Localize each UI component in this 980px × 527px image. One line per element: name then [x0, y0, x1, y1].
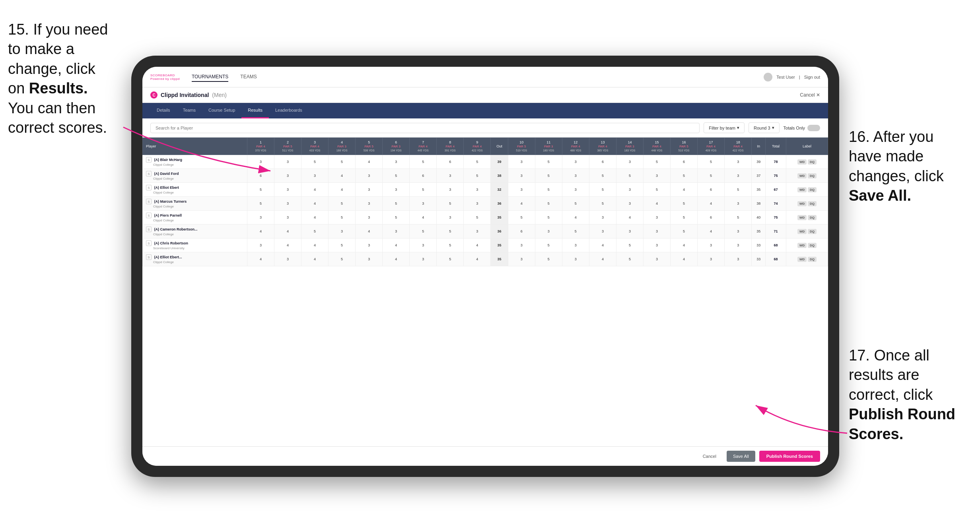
hole-6-score[interactable]: 4: [383, 238, 410, 252]
search-input[interactable]: [150, 123, 700, 133]
hole-7-score[interactable]: 5: [410, 183, 437, 197]
cancel-button[interactable]: Cancel: [696, 451, 723, 462]
hole-14-score[interactable]: 4: [616, 211, 643, 225]
hole-13-score[interactable]: 5: [589, 169, 616, 183]
hole-16-score[interactable]: 4: [671, 183, 698, 197]
dq-button[interactable]: DQ: [808, 243, 817, 248]
hole-15-score[interactable]: 3: [643, 211, 670, 225]
hole-18-score[interactable]: 5: [725, 211, 752, 225]
hole-17-score[interactable]: 5: [698, 155, 725, 169]
hole-3-score[interactable]: 5: [301, 225, 329, 238]
tab-leaderboards[interactable]: Leaderboards: [269, 103, 309, 118]
filter-by-team-dropdown[interactable]: Filter by team ▾: [704, 122, 745, 133]
hole-5-score[interactable]: 4: [356, 225, 383, 238]
hole-13-score[interactable]: 5: [589, 197, 616, 211]
wd-button[interactable]: WD: [797, 173, 807, 178]
hole-5-score[interactable]: 3: [356, 197, 383, 211]
tab-teams[interactable]: Teams: [177, 103, 202, 118]
hole-11-score[interactable]: 5: [535, 169, 562, 183]
hole-11-score[interactable]: 5: [535, 252, 562, 266]
hole-2-score[interactable]: 3: [274, 169, 301, 183]
hole-15-score[interactable]: 3: [643, 169, 670, 183]
hole-1-score[interactable]: 3: [247, 211, 274, 225]
hole-16-score[interactable]: 6: [671, 155, 698, 169]
hole-15-score[interactable]: 3: [643, 225, 670, 238]
tab-results[interactable]: Results: [241, 103, 269, 118]
hole-5-score[interactable]: 3: [356, 252, 383, 266]
hole-4-score[interactable]: 5: [329, 252, 356, 266]
hole-13-score[interactable]: 5: [589, 183, 616, 197]
hole-7-score[interactable]: 6: [410, 169, 437, 183]
hole-2-score[interactable]: 3: [274, 155, 301, 169]
hole-16-score[interactable]: 5: [671, 211, 698, 225]
hole-18-score[interactable]: 5: [725, 183, 752, 197]
wd-button[interactable]: WD: [797, 187, 807, 192]
nav-teams[interactable]: TEAMS: [240, 72, 257, 82]
hole-8-score[interactable]: 3: [437, 169, 464, 183]
save-all-button[interactable]: Save All: [727, 451, 755, 462]
hole-8-score[interactable]: 5: [437, 225, 464, 238]
hole-9-score[interactable]: 3: [464, 197, 491, 211]
hole-11-score[interactable]: 5: [535, 197, 562, 211]
hole-10-score[interactable]: 5: [508, 211, 535, 225]
hole-9-score[interactable]: 5: [464, 169, 491, 183]
wd-button[interactable]: WD: [797, 159, 807, 165]
hole-4-score[interactable]: 4: [329, 183, 356, 197]
hole-8-score[interactable]: 5: [437, 197, 464, 211]
hole-6-score[interactable]: 4: [383, 252, 410, 266]
hole-15-score[interactable]: 5: [643, 155, 670, 169]
dq-button[interactable]: DQ: [808, 159, 817, 165]
hole-17-score[interactable]: 3: [698, 252, 725, 266]
hole-16-score[interactable]: 5: [671, 169, 698, 183]
hole-12-score[interactable]: 5: [562, 225, 589, 238]
hole-2-score[interactable]: 3: [274, 211, 301, 225]
wd-button[interactable]: WD: [797, 257, 807, 262]
hole-18-score[interactable]: 3: [725, 238, 752, 252]
hole-5-score[interactable]: 4: [356, 155, 383, 169]
hole-17-score[interactable]: 4: [698, 225, 725, 238]
hole-10-score[interactable]: 4: [508, 197, 535, 211]
wd-button[interactable]: WD: [797, 243, 807, 248]
hole-12-score[interactable]: 3: [562, 238, 589, 252]
hole-17-score[interactable]: 3: [698, 238, 725, 252]
hole-5-score[interactable]: 3: [356, 238, 383, 252]
hole-4-score[interactable]: 5: [329, 155, 356, 169]
hole-11-score[interactable]: 3: [535, 225, 562, 238]
hole-3-score[interactable]: 3: [301, 169, 329, 183]
hole-12-score[interactable]: 3: [562, 155, 589, 169]
round-dropdown[interactable]: Round 3 ▾: [749, 122, 780, 133]
hole-3-score[interactable]: 4: [301, 183, 329, 197]
hole-1-score[interactable]: 4: [247, 252, 274, 266]
hole-4-score[interactable]: 5: [329, 197, 356, 211]
hole-11-score[interactable]: 5: [535, 238, 562, 252]
hole-5-score[interactable]: 3: [356, 211, 383, 225]
hole-3-score[interactable]: 4: [301, 197, 329, 211]
wd-button[interactable]: WD: [797, 229, 807, 234]
hole-15-score[interactable]: 3: [643, 252, 670, 266]
hole-6-score[interactable]: 3: [383, 183, 410, 197]
hole-11-score[interactable]: 5: [535, 183, 562, 197]
hole-10-score[interactable]: 3: [508, 183, 535, 197]
hole-9-score[interactable]: 5: [464, 155, 491, 169]
hole-7-score[interactable]: 5: [410, 155, 437, 169]
tab-details[interactable]: Details: [150, 103, 177, 118]
hole-9-score[interactable]: 3: [464, 225, 491, 238]
hole-9-score[interactable]: 5: [464, 211, 491, 225]
hole-7-score[interactable]: 3: [410, 252, 437, 266]
tab-course-setup[interactable]: Course Setup: [202, 103, 241, 118]
scores-container[interactable]: Player 1PAR 4370 YDS 2PAR 5511 YDS 3PAR …: [142, 138, 828, 446]
hole-1-score[interactable]: 3: [247, 238, 274, 252]
hole-1-score[interactable]: 5: [247, 183, 274, 197]
hole-17-score[interactable]: 6: [698, 183, 725, 197]
hole-10-score[interactable]: 3: [508, 169, 535, 183]
hole-8-score[interactable]: 5: [437, 252, 464, 266]
hole-9-score[interactable]: 4: [464, 238, 491, 252]
hole-6-score[interactable]: 3: [383, 225, 410, 238]
hole-14-score[interactable]: 5: [616, 238, 643, 252]
hole-5-score[interactable]: 3: [356, 183, 383, 197]
hole-16-score[interactable]: 5: [671, 197, 698, 211]
hole-16-score[interactable]: 4: [671, 238, 698, 252]
dq-button[interactable]: DQ: [808, 257, 817, 262]
hole-10-score[interactable]: 6: [508, 225, 535, 238]
hole-3-score[interactable]: 4: [301, 211, 329, 225]
